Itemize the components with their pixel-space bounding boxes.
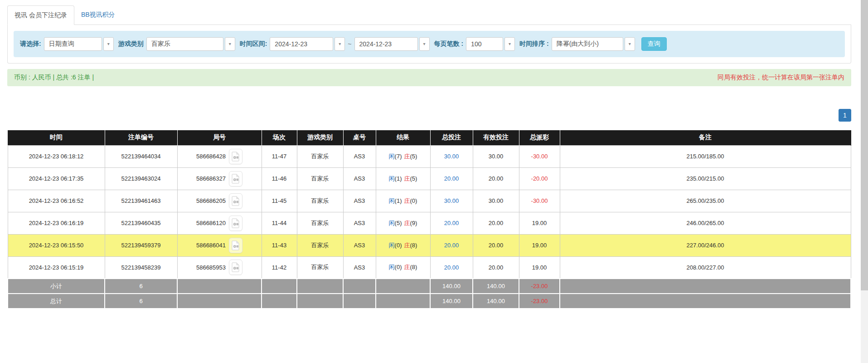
col-round-no: 局号: [177, 130, 262, 145]
date-to-picker[interactable]: 2024-12-23 ▾: [354, 37, 430, 51]
cell-total-bet[interactable]: 20.00: [430, 234, 473, 256]
game-type-select[interactable]: 百家乐 ▾: [146, 37, 235, 51]
query-type-select[interactable]: 日期查询 ▾: [44, 37, 114, 51]
cell-total-bet[interactable]: 30.00: [430, 190, 473, 212]
cell-remark: 265.00/235.00: [560, 190, 851, 212]
tab-betting-records-label: 视讯 会员下注纪录: [15, 11, 67, 20]
page-size-value[interactable]: 100: [466, 37, 503, 51]
cell-payout: 19.00: [519, 256, 560, 279]
result-player-score: (5): [395, 220, 402, 226]
scrollbar-track[interactable]: [861, 0, 868, 363]
result-player: 闲: [389, 197, 395, 204]
query-type-label: 请选择:: [20, 40, 41, 48]
video-replay-glyph: [232, 262, 240, 272]
cell-round-no: 586686428: [177, 145, 262, 167]
result-player: 闲: [389, 175, 395, 182]
cell-remark: 246.00/265.00: [560, 212, 851, 234]
tab-bb-points[interactable]: BB视讯积分: [74, 5, 122, 25]
subtotal-row-payout: -23.00: [519, 279, 560, 294]
game-type-value[interactable]: 百家乐: [146, 37, 223, 51]
subtotal-row-count: 6: [105, 279, 177, 294]
cell-bet-id: 522139459379: [105, 234, 177, 256]
subtotal-row-label: 小计: [8, 279, 105, 294]
table-row: 2024-12-23 06:15:19522139458239586685953…: [8, 256, 851, 279]
time-sort-select[interactable]: 降幂(由大到小) ▾: [552, 37, 635, 51]
result-player: 闲: [389, 242, 395, 249]
cell-total-bet[interactable]: 30.00: [430, 145, 473, 167]
cell-total-bet[interactable]: 20.00: [430, 167, 473, 190]
cell-time: 2024-12-23 06:16:52: [8, 190, 105, 212]
chevron-down-icon[interactable]: ▾: [504, 37, 515, 51]
betting-records-table: 时间注单编号局号场次游戏类别桌号结果总投注有效投注总派彩备注 2024-12-2…: [7, 130, 851, 309]
query-type-value[interactable]: 日期查询: [44, 37, 102, 51]
tab-bar: 视讯 会员下注纪录 BB视讯积分: [7, 5, 851, 25]
scrollbar-thumb[interactable]: [861, 0, 868, 290]
date-to-value[interactable]: 2024-12-23: [354, 37, 418, 51]
col-table-no: 桌号: [343, 130, 376, 145]
subtotal-row-empty-cell: [376, 279, 430, 294]
result-banker: 庄: [404, 242, 410, 249]
search-button[interactable]: 查询: [641, 37, 667, 51]
video-replay-icon[interactable]: [229, 193, 242, 209]
result-player-score: (7): [395, 153, 402, 160]
video-replay-icon[interactable]: [229, 171, 242, 186]
result-player: 闲: [389, 153, 395, 160]
video-replay-icon[interactable]: [229, 238, 242, 253]
table-header-row: 时间注单编号局号场次游戏类别桌号结果总投注有效投注总派彩备注: [8, 130, 851, 145]
cell-round-no: 586686041: [177, 234, 262, 256]
time-sort-value[interactable]: 降幂(由大到小): [552, 37, 623, 51]
cell-result: 闲(0)庄(8): [376, 234, 430, 256]
cell-remark: 208.00/227.00: [560, 256, 851, 279]
result-banker: 庄: [404, 220, 410, 226]
cell-payout: -30.00: [519, 190, 560, 212]
cell-valid-bet: 20.00: [473, 167, 519, 190]
round-no-value: 586685953: [196, 264, 226, 271]
result-banker-score: (5): [410, 175, 417, 182]
cell-time: 2024-12-23 06:18:12: [8, 145, 105, 167]
result-banker-score: (5): [410, 153, 417, 160]
subtotal-row-total-bet: 140.00: [430, 279, 473, 294]
video-replay-icon[interactable]: [229, 260, 242, 275]
col-bet-id: 注单编号: [105, 130, 177, 145]
video-replay-icon[interactable]: [229, 149, 242, 164]
cell-total-bet[interactable]: 20.00: [430, 212, 473, 234]
cell-game-type: 百家乐: [297, 212, 343, 234]
total-row-empty-cell: [343, 294, 376, 309]
chevron-down-icon[interactable]: ▾: [225, 37, 235, 51]
cell-valid-bet: 20.00: [473, 234, 519, 256]
cell-remark: 215.00/185.00: [560, 145, 851, 167]
video-replay-glyph: [232, 174, 240, 184]
result-banker: 庄: [404, 175, 410, 182]
col-session: 场次: [262, 130, 297, 145]
result-player-score: (0): [395, 264, 402, 270]
chevron-down-icon[interactable]: ▾: [103, 37, 114, 51]
cell-round-no: 586686120: [177, 212, 262, 234]
cell-result: 闲(5)庄(9): [376, 212, 430, 234]
cell-payout: -20.00: [519, 167, 560, 190]
page: 视讯 会员下注纪录 BB视讯积分 请选择: 日期查询 ▾ 游戏类别 百家乐 ▾ …: [7, 5, 851, 309]
date-from-value[interactable]: 2024-12-23: [270, 37, 333, 51]
date-from-picker[interactable]: 2024-12-23 ▾: [270, 37, 345, 51]
cell-result: 闲(1)庄(0): [376, 190, 430, 212]
video-replay-glyph: [232, 196, 240, 206]
currency-total-summary: 币别 : 人民币 | 总共 :6 注单 |: [14, 74, 94, 82]
table-row: 2024-12-23 06:16:19522139460435586686120…: [8, 212, 851, 234]
pagination-page-1[interactable]: 1: [839, 109, 851, 122]
page-size-select[interactable]: 100 ▾: [466, 37, 515, 51]
table-row-highlighted: 2024-12-23 06:15:50522139459379586686041…: [8, 234, 851, 256]
cell-total-bet[interactable]: 20.00: [430, 256, 473, 279]
subtotal-row-valid-bet: 140.00: [473, 279, 519, 294]
chevron-down-icon[interactable]: ▾: [625, 37, 635, 51]
result-banker: 庄: [404, 153, 410, 160]
cell-table-no: AS3: [343, 145, 376, 167]
col-remark: 备注: [560, 130, 851, 145]
total-row: 总计6140.00140.00-23.00: [8, 294, 851, 309]
chevron-down-icon[interactable]: ▾: [419, 37, 430, 51]
result-banker-score: (9): [410, 220, 417, 226]
round-no-value: 586686205: [196, 197, 226, 204]
cell-table-no: AS3: [343, 212, 376, 234]
chevron-down-icon[interactable]: ▾: [335, 37, 345, 51]
tab-betting-records[interactable]: 视讯 会员下注纪录: [7, 5, 74, 25]
cell-bet-id: 522139458239: [105, 256, 177, 279]
video-replay-icon[interactable]: [229, 216, 242, 231]
